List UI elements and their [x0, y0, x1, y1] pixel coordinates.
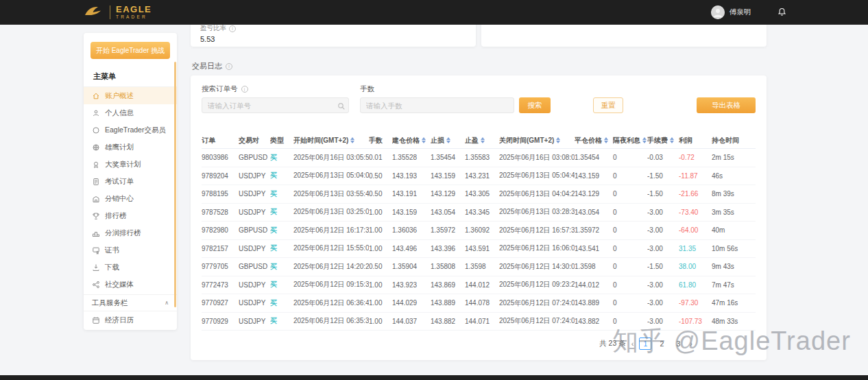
cell-duration: 47m 16s	[712, 299, 756, 307]
column-header[interactable]: 隔夜利息	[613, 136, 647, 145]
cell-open_time: 2025年06月13日 05:04:00	[293, 171, 369, 180]
cell-open_time: 2025年06月12日 06:35:31	[293, 316, 369, 326]
building-icon	[92, 195, 100, 203]
sidebar-scrollbar[interactable]	[174, 62, 176, 307]
user-menu[interactable]: 傅泉明	[711, 5, 751, 19]
column-header[interactable]: 关闭时间(GMT+2)	[499, 136, 575, 145]
column-label: 持仓时间	[712, 136, 739, 145]
table-row[interactable]: 9770927USDJPY买2025年06月12日 06:36:471.0014…	[202, 294, 756, 313]
sidebar-item-exam-orders[interactable]: 考试订单	[84, 173, 177, 190]
table-row[interactable]: 9779705GBPUSD买2025年06月12日 14:20:200.501.…	[202, 258, 756, 276]
info-icon[interactable]: i	[241, 86, 248, 93]
cell-order: 9787528	[202, 209, 239, 216]
sidebar-item-leaderboard[interactable]: 排行榜	[84, 207, 177, 224]
reset-button[interactable]: 重置	[593, 97, 623, 113]
column-header[interactable]: 平仓价格	[575, 136, 613, 145]
sort-caret-icon[interactable]	[642, 137, 647, 143]
cell-lots: 0.50	[369, 263, 392, 270]
table-row[interactable]: 9782980GBPUSD买2025年06月12日 16:17:351.001.…	[202, 222, 756, 240]
stat-label: 盈亏比率 i	[200, 24, 466, 33]
table-row[interactable]: 9789204USDJPY买2025年06月13日 05:04:000.5014…	[202, 167, 756, 186]
table-row[interactable]: 9782157USDJPY买2025年06月12日 15:55:041.0014…	[202, 240, 756, 259]
user-name: 傅泉明	[730, 8, 751, 17]
cell-duration: 7m 47s	[712, 281, 756, 289]
search-button[interactable]: 搜索	[519, 97, 551, 113]
cell-pair: GBPUSD	[239, 263, 270, 270]
avatar[interactable]	[711, 5, 725, 19]
cell-take_profit: 143.591	[465, 245, 499, 252]
cell-open_time: 2025年06月12日 14:20:20	[293, 262, 369, 272]
export-table-button[interactable]: 导出表格	[697, 97, 756, 113]
sort-caret-icon[interactable]	[556, 137, 560, 143]
cell-take_profit: 143.345	[465, 209, 499, 216]
table-row[interactable]: 9803986GBPUSD买2025年06月16日 03:05:500.011.…	[202, 149, 756, 167]
cell-close_price: 143.159	[575, 172, 613, 180]
column-header[interactable]: 持仓时间	[712, 136, 756, 145]
cell-open_time: 2025年06月13日 03:55:44	[293, 189, 369, 199]
cell-open_price: 1.35904	[392, 263, 431, 270]
table-body: 9803986GBPUSD买2025年06月16日 03:05:500.011.…	[202, 149, 756, 331]
cell-close_time: 2025年06月13日 04:04:23	[499, 189, 575, 199]
column-label: 隔夜利息	[613, 136, 640, 145]
info-icon[interactable]: i	[229, 25, 236, 32]
table-row[interactable]: 9787528USDJPY买2025年06月13日 03:25:031.0014…	[202, 204, 756, 222]
cell-take_profit: 143.231	[465, 172, 499, 180]
cell-type: 买	[270, 244, 293, 253]
order-search-input[interactable]	[202, 97, 349, 113]
sidebar-item-profit-leaderboard[interactable]: 分润排行榜	[84, 224, 177, 241]
cell-take_profit: 1.36092	[465, 226, 499, 234]
column-header[interactable]: 手数	[369, 136, 392, 145]
cell-swap: 0	[613, 263, 647, 270]
cell-duration: 10m 56s	[712, 245, 756, 252]
sidebar-item-label: 分润排行榜	[105, 228, 141, 238]
table-row[interactable]: 9772473USDJPY买2025年06月12日 09:15:381.0014…	[202, 276, 756, 295]
column-header[interactable]: 类型	[270, 136, 293, 145]
column-header[interactable]: 利润	[679, 136, 712, 145]
sidebar-item-personal-info[interactable]: 个人信息	[84, 104, 177, 121]
notification-bell-icon[interactable]	[777, 7, 787, 18]
column-header[interactable]: 开始时间(GMT+2)	[293, 136, 369, 145]
table-row[interactable]: 9788195USDJPY买2025年06月13日 03:55:440.5014…	[202, 185, 756, 204]
sort-caret-icon[interactable]	[670, 137, 674, 143]
cell-duration: 40m	[712, 226, 756, 234]
column-header[interactable]: 止盈	[465, 136, 499, 145]
sidebar-item-economic-calendar[interactable]: 经济日历	[84, 311, 177, 329]
table-header-row: 订单交易对类型开始时间(GMT+2)手数建仓价格止损止盈关闭时间(GMT+2)平…	[202, 132, 756, 149]
cell-open_price: 143.191	[392, 190, 431, 198]
column-header[interactable]: 建仓价格	[392, 136, 431, 145]
info-icon[interactable]: i	[226, 63, 232, 70]
cell-stop_loss: 143.396	[431, 245, 465, 252]
sort-caret-icon[interactable]	[422, 137, 426, 143]
sort-caret-icon[interactable]	[350, 137, 354, 143]
sidebar-item-certificate[interactable]: 证书	[84, 241, 177, 259]
sidebar-item-social-media[interactable]: 社交媒体	[84, 276, 177, 293]
cell-lots: 1.00	[369, 209, 392, 216]
sidebar-item-eagletrader-trader[interactable]: EagleTrader交易员	[84, 121, 177, 139]
cell-profit: -97.30	[679, 299, 712, 307]
cell-lots: 1.00	[369, 226, 392, 234]
home-icon	[92, 92, 100, 100]
column-header[interactable]: 订单	[202, 136, 239, 145]
sidebar-item-account-overview[interactable]: 账户概述	[84, 87, 177, 104]
cell-duration: 9m 43s	[712, 263, 756, 270]
sort-caret-icon[interactable]	[446, 137, 450, 143]
column-header[interactable]: 手续费	[647, 136, 679, 145]
sidebar-item-label: 证书	[105, 246, 119, 255]
sidebar-item-label: 考试订单	[105, 177, 134, 187]
cell-close_price: 144.012	[575, 281, 613, 289]
start-challenge-button[interactable]: 开始 EagleTrader 挑战	[91, 42, 170, 59]
sidebar-item-download[interactable]: 下载	[84, 259, 177, 276]
sidebar-item-eagle-plan[interactable]: 雄鹰计划	[84, 139, 177, 156]
lots-input[interactable]	[360, 97, 514, 113]
sort-caret-icon[interactable]	[481, 137, 485, 143]
sort-caret-icon[interactable]	[604, 137, 608, 143]
column-label: 手续费	[647, 136, 668, 145]
chevron-up-icon[interactable]: ∧	[165, 300, 169, 306]
sidebar-item-distribution-center[interactable]: 分销中心	[84, 190, 177, 207]
column-header[interactable]: 止损	[431, 136, 465, 145]
column-label: 订单	[202, 136, 215, 145]
sidebar-item-medal-plan[interactable]: 大奖章计划	[84, 156, 177, 173]
cell-type: 买	[270, 153, 293, 163]
column-header[interactable]: 交易对	[239, 136, 270, 145]
sidebar-item-tools-bar[interactable]: 工具服务栏∧	[84, 294, 177, 311]
